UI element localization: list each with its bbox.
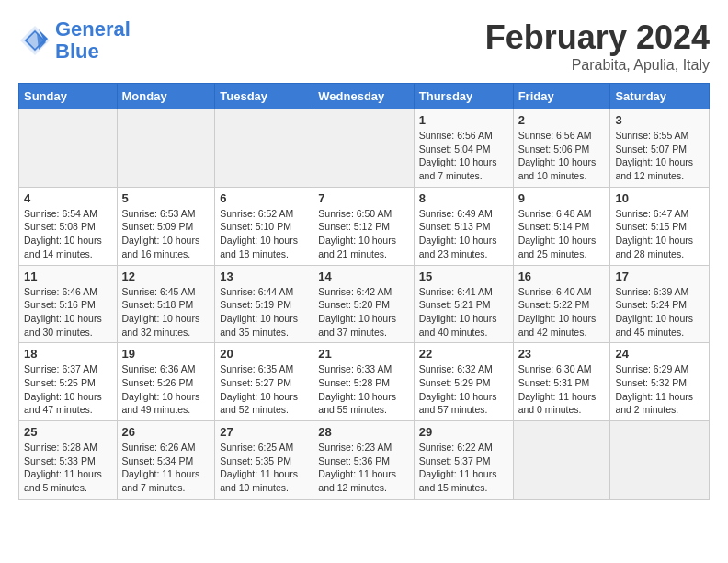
day-info: Sunrise: 6:26 AM Sunset: 5:34 PM Dayligh… — [122, 441, 210, 495]
day-number: 22 — [419, 347, 508, 361]
day-info: Sunrise: 6:37 AM Sunset: 5:25 PM Dayligh… — [24, 362, 112, 417]
day-number: 3 — [615, 113, 704, 127]
day-number: 26 — [122, 425, 210, 439]
calendar-day-cell: 7Sunrise: 6:50 AM Sunset: 5:12 PM Daylig… — [313, 187, 414, 265]
day-info: Sunrise: 6:48 AM Sunset: 5:14 PM Dayligh… — [518, 207, 606, 261]
calendar-day-cell: 27Sunrise: 6:25 AM Sunset: 5:35 PM Dayli… — [215, 421, 313, 500]
calendar-day-cell: 8Sunrise: 6:49 AM Sunset: 5:13 PM Daylig… — [414, 187, 513, 265]
calendar-day-cell: 2Sunrise: 6:56 AM Sunset: 5:06 PM Daylig… — [513, 109, 610, 188]
day-info: Sunrise: 6:25 AM Sunset: 5:35 PM Dayligh… — [220, 441, 308, 495]
weekday-header: Tuesday — [215, 84, 313, 109]
day-number: 4 — [24, 191, 112, 205]
calendar-day-cell: 13Sunrise: 6:44 AM Sunset: 5:19 PM Dayli… — [215, 265, 313, 343]
day-number: 24 — [615, 347, 704, 361]
day-number: 20 — [220, 347, 308, 361]
day-info: Sunrise: 6:32 AM Sunset: 5:29 PM Dayligh… — [419, 362, 508, 417]
calendar-week-row: 1Sunrise: 6:56 AM Sunset: 5:04 PM Daylig… — [19, 109, 710, 188]
calendar-day-cell: 15Sunrise: 6:41 AM Sunset: 5:21 PM Dayli… — [414, 265, 513, 343]
calendar-day-cell: 5Sunrise: 6:53 AM Sunset: 5:09 PM Daylig… — [117, 187, 215, 265]
calendar-day-cell: 10Sunrise: 6:47 AM Sunset: 5:15 PM Dayli… — [610, 187, 710, 265]
weekday-header: Wednesday — [313, 84, 414, 109]
day-number: 19 — [122, 347, 210, 361]
page-header: General Blue February 2024 Parabita, Apu… — [18, 18, 710, 74]
calendar-day-cell: 22Sunrise: 6:32 AM Sunset: 5:29 PM Dayli… — [414, 343, 513, 421]
location-title: Parabita, Apulia, Italy — [485, 57, 710, 74]
day-info: Sunrise: 6:49 AM Sunset: 5:13 PM Dayligh… — [419, 207, 508, 261]
logo-icon — [18, 24, 51, 57]
weekday-header: Thursday — [414, 84, 513, 109]
calendar-week-row: 11Sunrise: 6:46 AM Sunset: 5:16 PM Dayli… — [19, 265, 710, 343]
calendar-day-cell — [117, 109, 215, 188]
calendar-day-cell: 9Sunrise: 6:48 AM Sunset: 5:14 PM Daylig… — [513, 187, 610, 265]
day-number: 1 — [419, 113, 508, 127]
day-info: Sunrise: 6:52 AM Sunset: 5:10 PM Dayligh… — [220, 207, 308, 261]
month-title: February 2024 — [485, 18, 710, 57]
day-info: Sunrise: 6:46 AM Sunset: 5:16 PM Dayligh… — [24, 285, 112, 339]
calendar-day-cell: 26Sunrise: 6:26 AM Sunset: 5:34 PM Dayli… — [117, 421, 215, 500]
calendar-day-cell: 11Sunrise: 6:46 AM Sunset: 5:16 PM Dayli… — [19, 265, 118, 343]
calendar-day-cell: 21Sunrise: 6:33 AM Sunset: 5:28 PM Dayli… — [313, 343, 414, 421]
calendar-day-cell: 24Sunrise: 6:29 AM Sunset: 5:32 PM Dayli… — [610, 343, 710, 421]
day-number: 11 — [24, 270, 112, 283]
calendar-day-cell: 18Sunrise: 6:37 AM Sunset: 5:25 PM Dayli… — [19, 343, 118, 421]
day-number: 16 — [518, 270, 606, 283]
calendar-day-cell — [610, 421, 710, 500]
day-info: Sunrise: 6:44 AM Sunset: 5:19 PM Dayligh… — [220, 285, 308, 339]
day-number: 8 — [419, 191, 508, 205]
calendar-week-row: 18Sunrise: 6:37 AM Sunset: 5:25 PM Dayli… — [19, 343, 710, 421]
calendar-day-cell: 19Sunrise: 6:36 AM Sunset: 5:26 PM Dayli… — [117, 343, 215, 421]
calendar-header-row: SundayMondayTuesdayWednesdayThursdayFrid… — [19, 84, 710, 109]
day-info: Sunrise: 6:47 AM Sunset: 5:15 PM Dayligh… — [615, 207, 704, 261]
day-info: Sunrise: 6:23 AM Sunset: 5:36 PM Dayligh… — [318, 441, 408, 495]
day-number: 27 — [220, 425, 308, 439]
calendar-week-row: 4Sunrise: 6:54 AM Sunset: 5:08 PM Daylig… — [19, 187, 710, 265]
day-number: 9 — [518, 191, 606, 205]
day-number: 2 — [518, 113, 606, 127]
logo-text: General Blue — [55, 18, 131, 63]
day-info: Sunrise: 6:35 AM Sunset: 5:27 PM Dayligh… — [220, 362, 308, 417]
day-info: Sunrise: 6:56 AM Sunset: 5:06 PM Dayligh… — [518, 129, 606, 183]
day-number: 15 — [419, 270, 508, 283]
day-number: 7 — [318, 191, 408, 205]
day-info: Sunrise: 6:54 AM Sunset: 5:08 PM Dayligh… — [24, 207, 112, 261]
day-info: Sunrise: 6:50 AM Sunset: 5:12 PM Dayligh… — [318, 207, 408, 261]
title-block: February 2024 Parabita, Apulia, Italy — [485, 18, 710, 74]
day-number: 14 — [318, 270, 408, 283]
calendar-day-cell: 14Sunrise: 6:42 AM Sunset: 5:20 PM Dayli… — [313, 265, 414, 343]
day-info: Sunrise: 6:22 AM Sunset: 5:37 PM Dayligh… — [419, 441, 508, 495]
calendar-day-cell: 17Sunrise: 6:39 AM Sunset: 5:24 PM Dayli… — [610, 265, 710, 343]
calendar-day-cell: 1Sunrise: 6:56 AM Sunset: 5:04 PM Daylig… — [414, 109, 513, 188]
calendar-table: SundayMondayTuesdayWednesdayThursdayFrid… — [18, 83, 710, 500]
weekday-header: Friday — [513, 84, 610, 109]
calendar-day-cell: 6Sunrise: 6:52 AM Sunset: 5:10 PM Daylig… — [215, 187, 313, 265]
day-info: Sunrise: 6:42 AM Sunset: 5:20 PM Dayligh… — [318, 285, 408, 339]
day-info: Sunrise: 6:41 AM Sunset: 5:21 PM Dayligh… — [419, 285, 508, 339]
day-info: Sunrise: 6:30 AM Sunset: 5:31 PM Dayligh… — [518, 362, 606, 417]
calendar-day-cell — [215, 109, 313, 188]
day-number: 6 — [220, 191, 308, 205]
day-number: 5 — [122, 191, 210, 205]
day-number: 25 — [24, 425, 112, 439]
day-info: Sunrise: 6:28 AM Sunset: 5:33 PM Dayligh… — [24, 441, 112, 495]
calendar-day-cell: 3Sunrise: 6:55 AM Sunset: 5:07 PM Daylig… — [610, 109, 710, 188]
day-info: Sunrise: 6:53 AM Sunset: 5:09 PM Dayligh… — [122, 207, 210, 261]
day-info: Sunrise: 6:56 AM Sunset: 5:04 PM Dayligh… — [419, 129, 508, 183]
day-number: 23 — [518, 347, 606, 361]
day-info: Sunrise: 6:45 AM Sunset: 5:18 PM Dayligh… — [122, 285, 210, 339]
day-number: 28 — [318, 425, 408, 439]
day-number: 21 — [318, 347, 408, 361]
calendar-day-cell: 28Sunrise: 6:23 AM Sunset: 5:36 PM Dayli… — [313, 421, 414, 500]
calendar-day-cell: 29Sunrise: 6:22 AM Sunset: 5:37 PM Dayli… — [414, 421, 513, 500]
day-number: 13 — [220, 270, 308, 283]
calendar-day-cell: 4Sunrise: 6:54 AM Sunset: 5:08 PM Daylig… — [19, 187, 118, 265]
calendar-day-cell — [513, 421, 610, 500]
weekday-header: Monday — [117, 84, 215, 109]
day-info: Sunrise: 6:33 AM Sunset: 5:28 PM Dayligh… — [318, 362, 408, 417]
day-number: 17 — [615, 270, 704, 283]
day-number: 29 — [419, 425, 508, 439]
calendar-day-cell: 12Sunrise: 6:45 AM Sunset: 5:18 PM Dayli… — [117, 265, 215, 343]
day-info: Sunrise: 6:29 AM Sunset: 5:32 PM Dayligh… — [615, 362, 704, 417]
day-info: Sunrise: 6:55 AM Sunset: 5:07 PM Dayligh… — [615, 129, 704, 183]
calendar-day-cell — [19, 109, 118, 188]
day-info: Sunrise: 6:36 AM Sunset: 5:26 PM Dayligh… — [122, 362, 210, 417]
